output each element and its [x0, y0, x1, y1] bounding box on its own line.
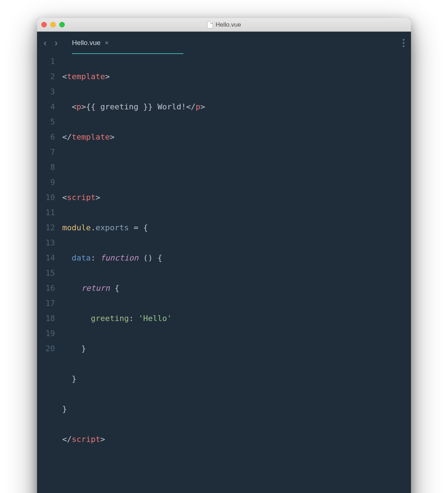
- close-tab-icon[interactable]: ×: [105, 39, 109, 47]
- code-content[interactable]: <template> <p>{{ greeting }} World!</p> …: [62, 54, 411, 493]
- code-line: }: [62, 341, 411, 356]
- line-number: 10: [37, 190, 55, 205]
- line-number: 14: [37, 250, 55, 266]
- code-editor[interactable]: 1 2 3 4 5 6 7 8 9 10 11 12 13 14 15 16 1…: [37, 54, 411, 493]
- line-number: 7: [37, 145, 55, 160]
- line-number-gutter: 1 2 3 4 5 6 7 8 9 10 11 12 13 14 15 16 1…: [37, 54, 62, 493]
- code-line: }: [62, 371, 411, 386]
- line-number: 20: [37, 341, 55, 356]
- code-line: <p>{{ greeting }} World!</p>: [62, 99, 411, 114]
- line-number: 2: [37, 69, 55, 84]
- line-number: 11: [37, 205, 55, 220]
- tab-label: Hello.vue: [72, 39, 100, 47]
- nav-arrows: ‹ ›: [44, 37, 58, 49]
- code-line: [62, 462, 411, 477]
- code-line: [62, 160, 411, 175]
- code-line: </script>: [62, 432, 411, 447]
- line-number: 6: [37, 130, 55, 145]
- code-line: greeting: 'Hello': [62, 311, 411, 326]
- code-line: <template>: [62, 69, 411, 84]
- line-number: 18: [37, 311, 55, 326]
- window-titlebar[interactable]: Hello.vue: [37, 18, 411, 32]
- line-number: 15: [37, 266, 55, 281]
- minimize-window-button[interactable]: [50, 22, 56, 27]
- code-line: <script>: [62, 190, 411, 205]
- line-number: 3: [37, 84, 55, 99]
- traffic-lights: [41, 22, 65, 27]
- line-number: 19: [37, 326, 55, 341]
- window-title: Hello.vue: [216, 21, 241, 28]
- line-number: 5: [37, 114, 55, 130]
- line-number: 13: [37, 235, 55, 250]
- tab-bar: ‹ › Hello.vue ×: [37, 32, 411, 54]
- window-title-group: Hello.vue: [37, 21, 411, 28]
- code-line: return {: [62, 281, 411, 296]
- tab-hello-vue[interactable]: Hello.vue ×: [72, 32, 159, 54]
- nav-forward-icon[interactable]: ›: [55, 37, 58, 49]
- more-menu-icon[interactable]: [403, 39, 404, 47]
- code-line: </template>: [62, 130, 411, 145]
- line-number: 1: [37, 54, 55, 69]
- code-line: }: [62, 402, 411, 417]
- file-icon: [207, 21, 213, 28]
- close-window-button[interactable]: [41, 22, 47, 27]
- zoom-window-button[interactable]: [59, 22, 65, 27]
- line-number: 9: [37, 175, 55, 190]
- nav-back-icon[interactable]: ‹: [44, 37, 47, 49]
- code-line: module.exports = {: [62, 220, 411, 235]
- tab-active-underline: [72, 53, 183, 54]
- line-number: 8: [37, 160, 55, 175]
- line-number: 12: [37, 220, 55, 235]
- line-number: 4: [37, 99, 55, 114]
- editor-window: Hello.vue ‹ › Hello.vue × 1 2 3 4 5 6 7 …: [37, 18, 411, 493]
- line-number: 16: [37, 281, 55, 296]
- code-line: data: function () {: [62, 250, 411, 266]
- line-number: 17: [37, 296, 55, 311]
